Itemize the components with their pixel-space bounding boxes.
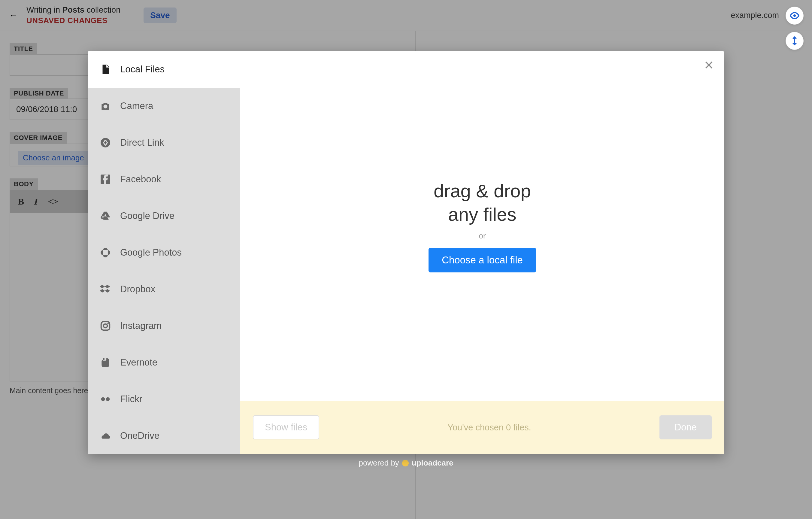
svg-point-7: [107, 323, 109, 324]
gphotos-icon: [100, 247, 111, 258]
source-label: Local Files: [120, 64, 165, 75]
show-files-button[interactable]: Show files: [253, 415, 319, 439]
source-gdrive[interactable]: Google Drive: [88, 198, 240, 234]
link-icon: [100, 137, 111, 148]
dropbox-icon: [100, 284, 111, 295]
source-camera[interactable]: Camera: [88, 88, 240, 124]
uploadcare-logo-icon: [402, 460, 409, 466]
svg-point-8: [101, 397, 105, 401]
source-evernote[interactable]: Evernote: [88, 344, 240, 381]
drop-or: or: [479, 231, 486, 240]
source-label: Facebook: [120, 174, 161, 185]
source-facebook[interactable]: Facebook: [88, 161, 240, 198]
onedrive-icon: [100, 430, 111, 441]
source-label: Google Drive: [120, 210, 174, 221]
facebook-icon: [100, 174, 111, 185]
gdrive-icon: [100, 210, 111, 222]
source-label: Direct Link: [120, 137, 164, 148]
powered-by: powered by uploadcare: [358, 458, 453, 468]
source-list: Local FilesCameraDirect LinkFacebookGoog…: [88, 51, 240, 454]
flickr-icon: [100, 394, 111, 405]
drop-heading: drag & dropany files: [434, 179, 531, 226]
evernote-icon: [100, 357, 111, 368]
camera-icon: [100, 100, 111, 112]
done-button[interactable]: Done: [660, 415, 712, 439]
source-label: Google Photos: [120, 247, 182, 258]
source-onedrive[interactable]: OneDrive: [88, 417, 240, 454]
modal-footer: Show files You've chosen 0 files. Done: [240, 401, 724, 454]
svg-point-2: [104, 105, 108, 109]
upload-modal: ✕ Local FilesCameraDirect LinkFacebookGo…: [88, 51, 724, 454]
source-label: Evernote: [120, 357, 157, 368]
source-dropbox[interactable]: Dropbox: [88, 271, 240, 308]
source-file[interactable]: Local Files: [88, 51, 240, 88]
upload-modal-wrap: ✕ Local FilesCameraDirect LinkFacebookGo…: [0, 0, 812, 519]
drop-zone[interactable]: drag & dropany files or Choose a local f…: [240, 51, 724, 401]
source-instagram[interactable]: Instagram: [88, 308, 240, 344]
svg-point-6: [104, 324, 108, 328]
close-icon[interactable]: ✕: [704, 58, 714, 72]
file-icon: [100, 64, 111, 75]
source-link[interactable]: Direct Link: [88, 124, 240, 161]
source-label: OneDrive: [120, 430, 160, 441]
source-label: Instagram: [120, 320, 162, 331]
source-gphotos[interactable]: Google Photos: [88, 234, 240, 271]
source-label: Camera: [120, 100, 153, 111]
file-count-text: You've chosen 0 files.: [447, 423, 531, 432]
source-flickr[interactable]: Flickr: [88, 381, 240, 417]
source-label: Dropbox: [120, 284, 155, 295]
source-label: Flickr: [120, 394, 142, 405]
svg-point-9: [106, 397, 110, 401]
svg-point-3: [100, 138, 110, 147]
instagram-icon: [100, 320, 111, 331]
choose-local-file-button[interactable]: Choose a local file: [429, 248, 536, 272]
